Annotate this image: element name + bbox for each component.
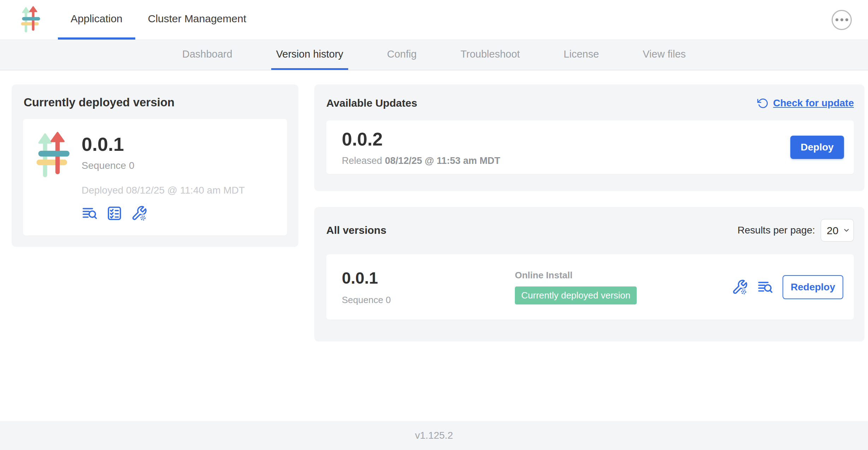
subnav-tab-troubleshoot[interactable]: Troubleshoot: [456, 40, 525, 70]
version-row: 0.0.1 Sequence 0 Online Install Currentl…: [326, 254, 854, 320]
results-per-page-select[interactable]: 20: [821, 219, 854, 242]
subnav-tab-dashboard[interactable]: Dashboard: [177, 40, 237, 70]
nav-tab-cluster-management[interactable]: Cluster Management: [135, 0, 259, 40]
main-content: Currently deployed version 0.0.1 Sequenc…: [0, 70, 868, 342]
subnav-tab-config[interactable]: Config: [382, 40, 422, 70]
install-type-label: Online Install: [515, 270, 732, 281]
subnav-tab-version-history[interactable]: Version history: [271, 40, 348, 70]
deployed-version-panel: 0.0.1 Sequence 0 Deployed 08/12/25 @ 11:…: [23, 119, 287, 236]
deployed-sequence: Sequence 0: [82, 160, 245, 171]
logs-icon[interactable]: [82, 205, 98, 221]
refresh-icon: [757, 97, 769, 109]
update-released-timestamp: Released08/12/25 @ 11:53 am MDT: [342, 155, 500, 166]
ellipsis-icon: [836, 18, 838, 21]
console-footer: v1.125.2: [0, 421, 868, 450]
ellipsis-menu-button[interactable]: [832, 10, 852, 30]
available-update-row: 0.0.2 Released08/12/25 @ 11:53 am MDT De…: [326, 120, 854, 174]
subnav-tab-view-files[interactable]: View files: [638, 40, 691, 70]
nav-tab-application-label: Application: [71, 13, 123, 25]
deploy-button[interactable]: Deploy: [790, 136, 844, 159]
available-updates-title: Available Updates: [326, 97, 417, 109]
app-logo-icon: [36, 132, 71, 179]
app-logo-icon: [20, 6, 41, 34]
row-sequence: Sequence 0: [342, 295, 515, 306]
deployed-timestamp: Deployed 08/12/25 @ 11:40 am MDT: [82, 185, 245, 196]
currently-deployed-title: Currently deployed version: [24, 96, 287, 109]
primary-nav: Application Cluster Management: [58, 0, 259, 40]
currently-deployed-badge: Currently deployed version: [515, 286, 637, 304]
row-version-number: 0.0.1: [342, 268, 515, 288]
config-wrench-icon[interactable]: [131, 205, 147, 221]
preflight-checklist-icon[interactable]: [106, 205, 123, 221]
all-versions-title: All versions: [326, 224, 386, 236]
available-updates-card: Available Updates Check for update 0.0.2…: [314, 84, 864, 191]
deployed-version-number: 0.0.1: [82, 133, 245, 155]
update-version-number: 0.0.2: [342, 129, 500, 150]
subnav-tab-license[interactable]: License: [559, 40, 604, 70]
admin-console-screen: Application Cluster Management Dashboard…: [0, 0, 868, 450]
console-version: v1.125.2: [415, 430, 453, 441]
nav-tab-cluster-management-label: Cluster Management: [148, 13, 246, 25]
currently-deployed-card: Currently deployed version 0.0.1 Sequenc…: [12, 84, 298, 247]
check-for-update-link[interactable]: Check for update: [757, 97, 854, 109]
nav-tab-application[interactable]: Application: [58, 0, 135, 40]
results-per-page-label: Results per page:: [738, 225, 815, 236]
redeploy-button[interactable]: Redeploy: [783, 275, 843, 299]
top-navbar: Application Cluster Management: [0, 0, 868, 40]
config-wrench-icon[interactable]: [732, 279, 748, 295]
all-versions-card: All versions Results per page: 20 0.0: [314, 207, 864, 342]
logs-icon[interactable]: [757, 279, 773, 295]
app-subnav: Dashboard Version history Config Trouble…: [0, 40, 868, 70]
